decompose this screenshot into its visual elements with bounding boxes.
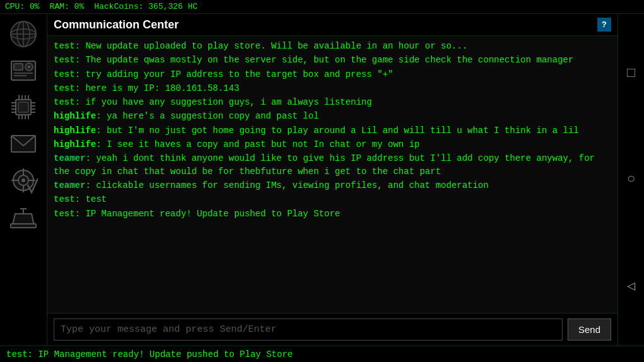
message-username[interactable]: highlife	[54, 126, 96, 136]
target-icon[interactable]	[7, 164, 40, 197]
chat-title: Communication Center	[54, 18, 179, 32]
message-text: : test	[75, 194, 107, 204]
send-button[interactable]: Send	[568, 318, 611, 341]
bottom-bar-user: test	[6, 349, 28, 359]
network-icon[interactable]	[7, 201, 40, 233]
message-text: : I see it haves a copy and past but not…	[96, 139, 419, 149]
message-text: : IP Management ready! Update pushed to …	[75, 209, 340, 219]
message-username[interactable]: highlife	[54, 111, 96, 121]
circle-icon[interactable]: ○	[621, 169, 642, 190]
message-line: test: New update uploaded to play store.…	[54, 40, 611, 52]
bottom-bar: test: IP Management ready! Update pushed…	[0, 346, 644, 362]
message-line: test: try adding your IP address to the …	[54, 68, 611, 81]
main-layout: Communication Center ? test: New update …	[0, 14, 644, 346]
message-text: : yeah i dont think anyone would like to…	[54, 153, 595, 176]
message-line: test: here is my IP: 180.161.58.143	[54, 82, 611, 95]
svg-rect-12	[18, 102, 28, 112]
chip-icon[interactable]	[7, 91, 40, 124]
ram-stat: RAM: 0%	[50, 2, 85, 11]
message-text: : if you have any suggestion guys, i am …	[75, 97, 372, 107]
input-area: Send	[47, 313, 617, 346]
cpu-stat: CPU: 0%	[5, 2, 40, 11]
message-line: teamer: clickable usernames for sending …	[54, 179, 611, 192]
message-username[interactable]: test	[54, 83, 75, 93]
svg-rect-38	[11, 224, 36, 228]
message-line: test: IP Management ready! Update pushed…	[54, 207, 611, 220]
message-line: teamer: yeah i dont think anyone would l…	[54, 152, 611, 178]
message-text: : clickable usernames for sending IMs, v…	[85, 180, 489, 190]
message-line: test: The update qwas mostly on the serv…	[54, 54, 611, 66]
message-username[interactable]: test	[54, 55, 75, 65]
center-panel: Communication Center ? test: New update …	[47, 14, 617, 346]
message-text: : but I'm no just got home going to play…	[96, 126, 579, 136]
svg-rect-9	[14, 73, 33, 74]
message-username[interactable]: highlife	[54, 139, 96, 149]
email-icon[interactable]	[7, 127, 40, 160]
message-line: highlife: I see it haves a copy and past…	[54, 138, 611, 151]
message-text: : The update qwas mostly on the server s…	[75, 55, 574, 65]
square-icon[interactable]: □	[621, 62, 642, 84]
svg-point-32	[21, 178, 25, 182]
bottom-bar-text: : IP Management ready! Update pushed to …	[28, 349, 293, 359]
back-icon[interactable]: ◁	[621, 276, 642, 297]
help-badge[interactable]: ?	[597, 18, 611, 32]
message-text: : try adding your IP address to the targ…	[75, 69, 393, 79]
disk-icon[interactable]	[7, 54, 40, 87]
message-username[interactable]: test	[54, 209, 75, 219]
hackcoins-stat: HackCoins: 365,326 HC	[94, 2, 198, 11]
left-sidebar	[0, 14, 47, 346]
message-line: test: test	[54, 193, 611, 206]
status-bar: CPU: 0% RAM: 0% HackCoins: 365,326 HC	[0, 0, 644, 14]
message-username[interactable]: teamer	[54, 153, 85, 163]
chat-header: Communication Center ?	[47, 14, 617, 36]
message-text: : ya here's a suggestion copy and past l…	[96, 111, 319, 121]
message-username[interactable]: test	[54, 41, 75, 51]
message-username[interactable]: test	[54, 194, 75, 204]
message-line: test: if you have any suggestion guys, i…	[54, 96, 611, 108]
globe-icon[interactable]	[7, 18, 40, 50]
message-input[interactable]	[54, 318, 563, 341]
message-line: highlife: ya here's a suggestion copy an…	[54, 110, 611, 122]
message-username[interactable]: test	[54, 69, 75, 79]
message-username[interactable]: test	[54, 97, 75, 107]
message-line: highlife: but I'm no just got home going…	[54, 124, 611, 137]
message-text: : New update uploaded to play store. Wil…	[75, 41, 468, 51]
svg-point-8	[28, 66, 30, 68]
svg-rect-10	[14, 75, 27, 76]
right-sidebar: □ ○ ◁	[617, 14, 644, 346]
chat-area[interactable]: test: New update uploaded to play store.…	[47, 36, 617, 313]
svg-rect-6	[14, 64, 23, 70]
message-username[interactable]: teamer	[54, 180, 85, 190]
message-text: : here is my IP: 180.161.58.143	[75, 83, 239, 93]
